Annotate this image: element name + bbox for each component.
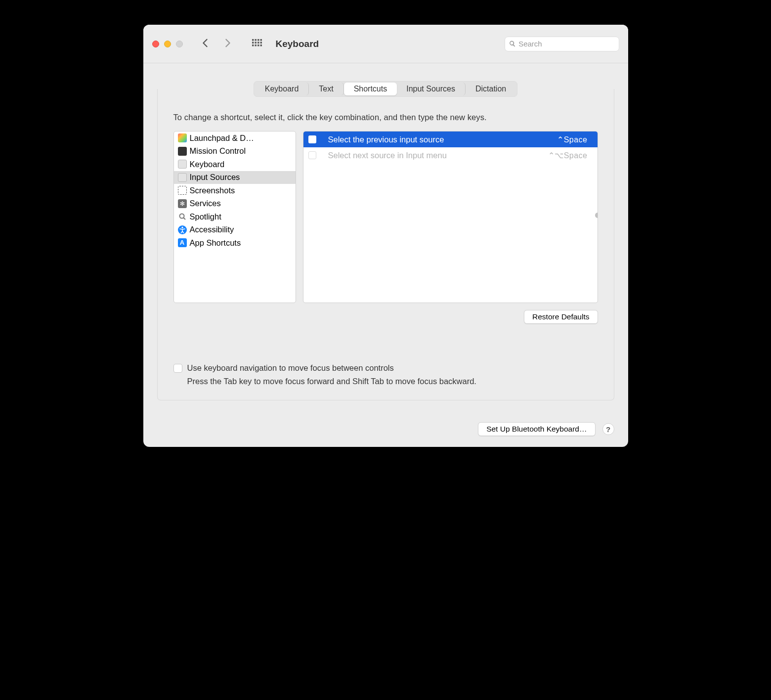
tab-text[interactable]: Text [309, 83, 343, 95]
instructions-text: To change a shortcut, select it, click t… [173, 113, 598, 122]
svg-point-12 [179, 214, 184, 219]
shortcut-keys[interactable]: ⌃Space [557, 135, 587, 144]
spotlight-icon [178, 212, 187, 221]
keyboard-navigation-checkbox[interactable] [173, 364, 182, 373]
search-input[interactable] [518, 40, 614, 48]
forward-button[interactable] [223, 39, 232, 49]
nav-arrows [201, 39, 232, 49]
shortcut-row[interactable]: Select next source in Input menu ⌃⌥Space [303, 147, 598, 163]
page-title: Keyboard [276, 39, 505, 49]
keyboard-icon [178, 173, 187, 182]
screenshot-icon [178, 186, 187, 195]
category-mission-control[interactable]: Mission Control [174, 145, 296, 158]
setup-bluetooth-keyboard-button[interactable]: Set Up Bluetooth Keyboard… [478, 422, 595, 436]
svg-rect-7 [260, 42, 262, 44]
search-icon [509, 40, 516, 47]
category-keyboard[interactable]: Keyboard [174, 158, 296, 171]
accessibility-icon [178, 225, 187, 234]
svg-point-14 [181, 226, 183, 228]
close-button[interactable] [152, 41, 159, 47]
category-screenshots[interactable]: Screenshots [174, 184, 296, 197]
category-services[interactable]: ✻ Services [174, 197, 296, 211]
svg-rect-11 [260, 44, 262, 46]
svg-rect-6 [257, 42, 259, 44]
keyboard-navigation-label: Use keyboard navigation to move focus be… [187, 363, 394, 373]
search-field[interactable] [505, 37, 619, 51]
tab-input-sources[interactable]: Input Sources [396, 83, 466, 95]
shortcuts-panel: To change a shortcut, select it, click t… [157, 89, 614, 400]
back-button[interactable] [201, 39, 210, 49]
shortcut-label: Select next source in Input menu [328, 151, 536, 160]
category-spotlight[interactable]: Spotlight [174, 210, 296, 223]
restore-defaults-button[interactable]: Restore Defaults [524, 310, 598, 324]
category-launchpad[interactable]: Launchpad & D… [174, 131, 296, 145]
tabbar: Keyboard Text Shortcuts Input Sources Di… [254, 81, 517, 97]
titlebar: Keyboard [143, 25, 628, 63]
scroll-knob[interactable] [595, 213, 598, 218]
shortcut-keys[interactable]: ⌃⌥Space [548, 151, 588, 160]
shortcut-checkbox[interactable] [308, 135, 316, 143]
services-icon: ✻ [178, 199, 187, 208]
tab-shortcuts[interactable]: Shortcuts [344, 83, 397, 95]
shortcut-label: Select the previous input source [328, 135, 546, 144]
traffic-lights [152, 41, 183, 47]
keyboard-icon [178, 160, 187, 169]
category-accessibility[interactable]: Accessibility [174, 223, 296, 237]
tab-keyboard[interactable]: Keyboard [255, 83, 309, 95]
svg-rect-0 [252, 39, 254, 41]
mission-control-icon [178, 147, 187, 156]
keyboard-navigation-subtext: Press the Tab key to move focus forward … [187, 377, 598, 386]
keyboard-navigation-section: Use keyboard navigation to move focus be… [173, 363, 598, 386]
svg-rect-10 [257, 44, 259, 46]
help-button[interactable]: ? [602, 423, 614, 435]
app-shortcuts-icon: A [178, 238, 187, 247]
svg-rect-1 [255, 39, 257, 41]
svg-rect-9 [255, 44, 257, 46]
launchpad-icon [178, 133, 187, 142]
shortcuts-table[interactable]: Select the previous input source ⌃Space … [303, 131, 598, 303]
svg-line-13 [183, 218, 185, 220]
shortcut-row[interactable]: Select the previous input source ⌃Space [303, 131, 598, 147]
footer: Set Up Bluetooth Keyboard… ? [143, 414, 628, 447]
svg-rect-8 [252, 44, 254, 46]
svg-rect-3 [260, 39, 262, 41]
category-app-shortcuts[interactable]: A App Shortcuts [174, 236, 296, 250]
preferences-window: Keyboard Keyboard Text Shortcuts Input S… [143, 25, 628, 447]
show-all-icon[interactable] [252, 39, 262, 49]
shortcut-checkbox[interactable] [308, 151, 316, 159]
minimize-button[interactable] [164, 41, 171, 47]
category-list[interactable]: Launchpad & D… Mission Control Keyboard … [173, 131, 296, 303]
zoom-button[interactable] [176, 41, 183, 47]
svg-rect-5 [255, 42, 257, 44]
svg-rect-2 [257, 39, 259, 41]
tab-dictation[interactable]: Dictation [466, 83, 516, 95]
category-input-sources[interactable]: Input Sources [174, 171, 296, 184]
svg-rect-4 [252, 42, 254, 44]
